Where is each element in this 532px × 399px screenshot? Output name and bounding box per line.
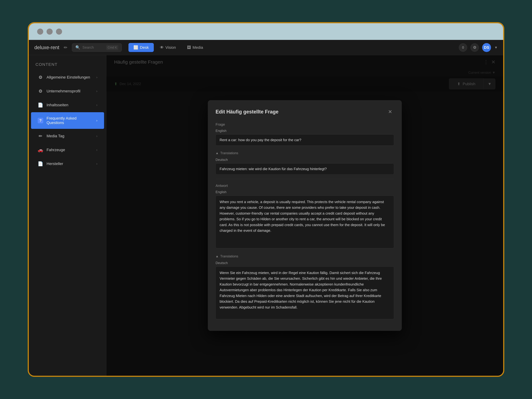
settings-icon: ⚙: [473, 45, 476, 50]
antwort-english-textarea[interactable]: When you rent a vehicle, a deposit is us…: [215, 196, 394, 248]
sidebar-item-faq[interactable]: ? Frequently Asked Questions ›: [31, 112, 104, 129]
divider: [215, 179, 394, 179]
antwort-translations-label: Translations: [220, 254, 238, 258]
traffic-light-close[interactable]: [37, 29, 43, 35]
frage-english-label: English: [215, 129, 394, 133]
browser-titlebar: [29, 23, 503, 40]
antwort-deutsch-textarea[interactable]: Wenn Sie ein Fahrzeug mieten, wird in de…: [215, 266, 394, 319]
avatar[interactable]: DS: [482, 43, 491, 52]
chevron-right-icon5: ›: [96, 134, 97, 138]
modal-title: Edit Häufig gestellte Frage: [215, 109, 386, 115]
tab-media-label: Media: [193, 45, 203, 50]
gear-icon: ⚙: [38, 75, 43, 80]
car-icon: 🚗: [38, 147, 43, 153]
sidebar-item-mediatag-label: Media Tag: [47, 134, 93, 138]
antwort-label: Antwort: [215, 184, 394, 188]
gear2-icon: ⚙: [38, 89, 43, 94]
sidebar-item-allgemeine[interactable]: ⚙ Allgemeine Einstellungen ›: [31, 71, 104, 84]
media-icon: 🖼: [187, 45, 191, 50]
notification-btn[interactable]: 0: [459, 43, 467, 52]
nav-tabs: ⬜ Desk 👁 Vision 🖼 Media: [128, 43, 208, 52]
brand-name: deluxe-rent: [34, 44, 59, 51]
desk-icon: ⬜: [133, 45, 138, 50]
tab-media[interactable]: 🖼 Media: [182, 43, 208, 52]
traffic-light-minimize[interactable]: [47, 29, 53, 35]
sidebar-item-fahrzeuge-label: Fahrzeuge: [47, 148, 93, 152]
app-content: deluxe-rent ✏ 🔍 Search Cmd K ⬜ Desk 👁 Vi…: [29, 40, 503, 376]
chevron-right-icon4: ›: [96, 119, 97, 122]
sidebar-item-fahrzeuge[interactable]: 🚗 Fahrzeuge ›: [31, 143, 104, 157]
tab-desk-label: Desk: [140, 45, 149, 50]
top-nav: deluxe-rent ✏ 🔍 Search Cmd K ⬜ Desk 👁 Vi…: [29, 40, 503, 55]
faq-icon: ?: [38, 118, 43, 123]
sidebar-item-inhaltsseiten[interactable]: 📄 Inhaltsseiten ›: [31, 98, 104, 112]
chevron-right-icon6: ›: [96, 148, 97, 152]
frage-translations-section: ▲ Translations Deutsch: [215, 151, 394, 175]
traffic-lights: [37, 29, 62, 35]
chevron-right-icon7: ›: [96, 162, 97, 166]
antwort-translations-chevron-icon: ▲: [215, 254, 219, 258]
sidebar-item-faq-label: Frequently Asked Questions: [47, 116, 93, 125]
browser-window: deluxe-rent ✏ 🔍 Search Cmd K ⬜ Desk 👁 Vi…: [28, 22, 504, 377]
hersteller-icon: 📄: [38, 161, 43, 166]
nav-right: 0 ⚙ DS ▼: [459, 43, 498, 52]
sidebar-header: Content: [29, 58, 106, 70]
chevron-right-icon2: ›: [96, 89, 97, 93]
sidebar: Content ⚙ Allgemeine Einstellungen › ⚙ U…: [29, 55, 106, 376]
frage-deutsch-input[interactable]: [215, 163, 394, 175]
tab-vision-label: Vision: [165, 45, 176, 50]
sidebar-item-unternehmen-label: Unternehmensprofil: [47, 89, 93, 93]
search-bar[interactable]: 🔍 Search Cmd K: [72, 43, 122, 52]
edit-icon[interactable]: ✏: [64, 45, 68, 50]
frage-deutsch-label: Deutsch: [215, 158, 394, 162]
sidebar-item-unternehmen[interactable]: ⚙ Unternehmensprofil ›: [31, 84, 104, 98]
frage-section: Frage English: [215, 122, 394, 146]
search-icon: 🔍: [75, 45, 80, 50]
content-panel: Häufig gestellte Fragen ⋮ ✕ Current vers…: [106, 55, 503, 376]
tab-desk[interactable]: ⬜ Desk: [128, 43, 154, 52]
antwort-translations-toggle[interactable]: ▲ Translations: [215, 254, 394, 258]
sidebar-item-mediatag[interactable]: ✏ Media Tag ›: [31, 129, 104, 143]
frage-label: Frage: [215, 122, 394, 127]
vision-icon: 👁: [160, 45, 164, 50]
search-placeholder: Search: [82, 45, 94, 50]
sidebar-item-inhaltsseiten-label: Inhaltsseiten: [47, 103, 93, 107]
frage-english-input[interactable]: [215, 134, 394, 146]
translations-chevron-icon: ▲: [215, 151, 219, 155]
page-icon: 📄: [38, 102, 43, 108]
settings-btn[interactable]: ⚙: [470, 43, 479, 52]
avatar-chevron[interactable]: ▼: [494, 46, 498, 50]
modal-close-btn[interactable]: ✕: [386, 108, 394, 116]
modal: Edit Häufig gestellte Frage ✕ Frage Engl…: [208, 100, 402, 331]
antwort-section: Antwort English When you rent a vehicle,…: [215, 184, 394, 249]
antwort-deutsch-label: Deutsch: [215, 261, 394, 265]
traffic-light-maximize[interactable]: [56, 29, 62, 35]
main-area: Content ⚙ Allgemeine Einstellungen › ⚙ U…: [29, 55, 503, 376]
notification-count: 0: [462, 46, 464, 50]
modal-header: Edit Häufig gestellte Frage ✕: [215, 108, 394, 116]
sidebar-item-allgemeine-label: Allgemeine Einstellungen: [47, 75, 93, 80]
sidebar-item-hersteller-label: Hersteller: [47, 162, 93, 166]
chevron-right-icon3: ›: [96, 103, 97, 107]
antwort-english-label: English: [215, 190, 394, 194]
chevron-right-icon: ›: [96, 75, 97, 79]
overlay-backdrop: Edit Häufig gestellte Frage ✕ Frage Engl…: [106, 55, 503, 376]
antwort-translations-section: ▲ Translations Deutsch Wenn Sie ein Fahr…: [215, 254, 394, 320]
mediatag-icon: ✏: [38, 133, 43, 139]
frage-translations-toggle[interactable]: ▲ Translations: [215, 151, 394, 155]
search-shortcut: Cmd K: [106, 45, 118, 50]
tab-vision[interactable]: 👁 Vision: [155, 43, 181, 52]
frage-translations-label: Translations: [220, 151, 238, 155]
sidebar-item-hersteller[interactable]: 📄 Hersteller ›: [31, 157, 104, 171]
avatar-initials: DS: [484, 45, 489, 50]
